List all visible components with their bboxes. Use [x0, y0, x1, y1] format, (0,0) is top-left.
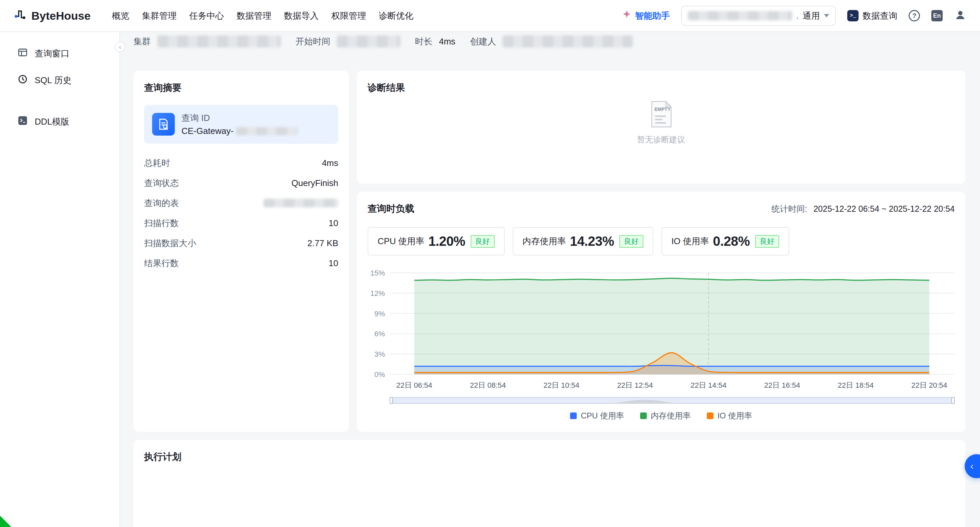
brush-handle-left[interactable] [390, 397, 393, 404]
query-file-icon [152, 113, 175, 136]
sidebar: 查询窗口 SQL 历史 DDL模版 [0, 32, 120, 527]
legend-item[interactable]: IO 使用率 [707, 410, 752, 421]
memory-usage-value: 14.23% [570, 234, 614, 249]
query-id-box: 查询 ID CE-Gateway- [144, 105, 338, 144]
summary-row-status: 查询状态 QueryFinish [144, 173, 338, 193]
workspace-selector[interactable]: . 通用 [681, 6, 836, 26]
svg-text:22日 12:54: 22日 12:54 [617, 381, 653, 390]
redacted-start-time-value [337, 35, 400, 48]
diagnosis-empty-state: EMPTY 暂无诊断建议 [368, 98, 955, 145]
ai-assistant-label: 智能助手 [635, 10, 670, 22]
sidebar-item-label: SQL 历史 [35, 75, 72, 86]
data-query-button[interactable]: >_ 数据查询 [847, 10, 897, 22]
brush-handle-right[interactable] [951, 397, 955, 404]
svg-text:22日 18:54: 22日 18:54 [838, 381, 874, 390]
redacted-creator-value [503, 35, 633, 48]
summary-row-scanned-rows: 扫描行数 10 [144, 213, 338, 233]
svg-text:9%: 9% [374, 310, 385, 318]
history-clock-icon [18, 74, 28, 87]
usage-chart-plot[interactable]: 0%3%6%9%12%15%22日 06:5422日 08:5422日 10:5… [368, 265, 955, 393]
usage-chart: 0%3%6%9%12%15%22日 06:5422日 08:5422日 10:5… [368, 265, 955, 421]
stat-time: 统计时间: 2025-12-22 06:54 ~ 2025-12-22 20:5… [772, 203, 955, 214]
language-toggle[interactable]: En [931, 10, 943, 21]
legend-swatch [570, 412, 577, 419]
brush-overview-wave [390, 398, 955, 404]
svg-text:15%: 15% [370, 269, 385, 277]
ai-assistant-button[interactable]: 智能助手 [622, 10, 670, 22]
plan-title: 执行计划 [144, 450, 955, 463]
sidebar-item-ddl-template[interactable]: DDL模版 [0, 108, 119, 135]
nav-item-overview[interactable]: 概览 [111, 7, 131, 24]
summary-row-result-rows: 结果行数 10 [144, 253, 338, 273]
memory-usage-stat: 内存使用率 14.23% 良好 [513, 227, 654, 256]
sidebar-item-sql-history[interactable]: SQL 历史 [0, 67, 119, 94]
svg-text:3%: 3% [374, 350, 385, 358]
status-badge: 良好 [619, 235, 643, 248]
spark-icon [622, 10, 632, 22]
svg-text:EMPTY: EMPTY [654, 107, 671, 112]
io-usage-value: 0.28% [713, 234, 749, 249]
duration-label: 时长 [415, 36, 432, 48]
stat-time-value: 2025-12-22 06:54 ~ 2025-12-22 20:54 [813, 204, 955, 213]
svg-text:6%: 6% [374, 330, 385, 338]
cpu-usage-value: 1.20% [428, 234, 465, 249]
creator-label: 创建人 [470, 36, 496, 48]
corner-ribbon [0, 516, 11, 527]
bytehouse-logo-icon [13, 8, 27, 24]
redacted-cluster-value [158, 35, 281, 48]
start-time-label: 开始时间 [296, 36, 330, 48]
terminal-icon: >_ [847, 10, 859, 21]
svg-text:0%: 0% [374, 370, 385, 379]
redacted-workspace-name [688, 11, 792, 21]
legend-swatch [707, 412, 713, 419]
svg-text:22日 08:54: 22日 08:54 [470, 381, 506, 390]
sidebar-collapse-button[interactable]: ‹ [115, 42, 126, 52]
summary-title: 查询摘要 [144, 81, 338, 94]
load-title: 查询时负载 [368, 202, 414, 215]
data-query-label: 数据查询 [862, 10, 897, 22]
svg-text:22日 10:54: 22日 10:54 [543, 381, 579, 390]
svg-text:22日 14:54: 22日 14:54 [690, 381, 727, 390]
nav-item-tasks[interactable]: 任务中心 [188, 7, 226, 24]
diagnosis-empty-text: 暂无诊断建议 [637, 134, 685, 145]
query-meta-row: 集群 开始时间 时长 4ms 创建人 [134, 34, 965, 50]
top-nav: 概览 集群管理 任务中心 数据管理 数据导入 权限管理 诊断优化 [111, 7, 415, 24]
nav-item-import[interactable]: 数据导入 [283, 7, 320, 24]
sidebar-item-label: 查询窗口 [35, 48, 69, 59]
summary-row-scanned-size: 扫描数据大小 2.77 KB [144, 233, 338, 253]
ddl-template-icon [18, 115, 28, 128]
execution-plan-card: 执行计划 [134, 440, 965, 527]
legend-swatch [640, 412, 647, 419]
duration-value: 4ms [439, 37, 455, 47]
legend-item[interactable]: CPU 使用率 [570, 410, 624, 421]
sidebar-item-query-window[interactable]: 查询窗口 [0, 40, 119, 67]
cpu-usage-stat: CPU 使用率 1.20% 良好 [368, 227, 505, 256]
brand-logo[interactable]: ByteHouse [13, 8, 91, 24]
svg-text:12%: 12% [370, 289, 385, 297]
nav-item-clusters[interactable]: 集群管理 [141, 7, 178, 24]
nav-item-data-mgmt[interactable]: 数据管理 [235, 7, 273, 24]
status-badge: 良好 [755, 235, 779, 248]
query-summary-card: 查询摘要 查询 ID CE-Gateway- [134, 71, 349, 432]
svg-text:22日 16:54: 22日 16:54 [764, 381, 800, 390]
redacted-table-name [264, 199, 338, 208]
main-content: SQL 历... > CE-Gateway- 参数配置 </> SQL 文本 [120, 0, 980, 527]
empty-doc-icon: EMPTY [645, 98, 677, 130]
sidebar-item-label: DDL模版 [35, 116, 69, 128]
brand-name: ByteHouse [31, 10, 91, 22]
chart-brush-scrollbar[interactable] [390, 397, 955, 404]
legend-item[interactable]: 内存使用率 [640, 410, 691, 421]
workspace-dot: . [796, 11, 799, 21]
svg-text:22日 20:54: 22日 20:54 [911, 381, 947, 390]
diagnosis-title: 诊断结果 [368, 81, 955, 94]
chart-legend: CPU 使用率内存使用率IO 使用率 [368, 410, 955, 421]
stat-time-label: 统计时间: [772, 204, 807, 213]
help-icon[interactable]: ? [908, 10, 920, 21]
user-avatar[interactable] [954, 8, 967, 23]
query-load-card: 查询时负载 统计时间: 2025-12-22 06:54 ~ 2025-12-2… [357, 192, 965, 432]
summary-row-tables: 查询的表 [144, 193, 338, 213]
svg-text:22日 06:54: 22日 06:54 [396, 381, 432, 390]
nav-item-diagnose[interactable]: 诊断优化 [378, 7, 415, 24]
status-badge: 良好 [471, 235, 495, 248]
nav-item-perms[interactable]: 权限管理 [330, 7, 368, 24]
